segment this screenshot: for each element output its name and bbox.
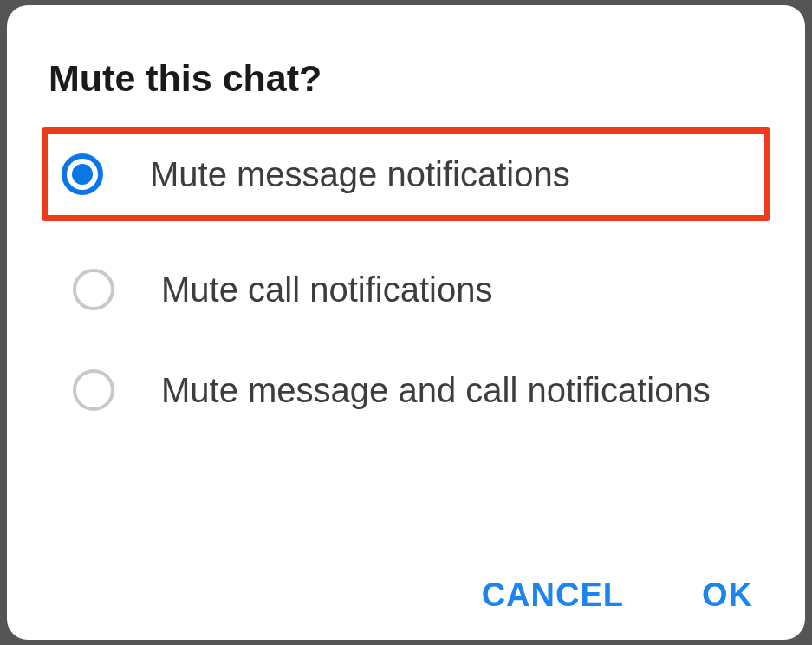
mute-chat-dialog: Mute this chat? Mute message notificatio… xyxy=(7,5,805,640)
dialog-title: Mute this chat? xyxy=(7,57,805,100)
option-mute-call-notifications[interactable]: Mute call notifications xyxy=(49,252,763,327)
radio-options-container: Mute message notifications Mute call not… xyxy=(7,127,805,427)
radio-selected-icon xyxy=(62,153,103,195)
ok-button[interactable]: OK xyxy=(702,577,753,614)
dialog-action-bar: CANCEL OK xyxy=(482,577,753,614)
radio-unselected-icon xyxy=(73,369,114,411)
cancel-button[interactable]: CANCEL xyxy=(482,577,624,614)
option-label: Mute message and call notifications xyxy=(161,368,711,412)
radio-unselected-icon xyxy=(73,269,114,310)
option-label: Mute message notifications xyxy=(150,153,570,196)
option-mute-message-and-call-notifications[interactable]: Mute message and call notifications xyxy=(49,353,763,427)
option-label: Mute call notifications xyxy=(161,268,492,311)
option-mute-message-notifications[interactable]: Mute message notifications xyxy=(42,127,770,221)
